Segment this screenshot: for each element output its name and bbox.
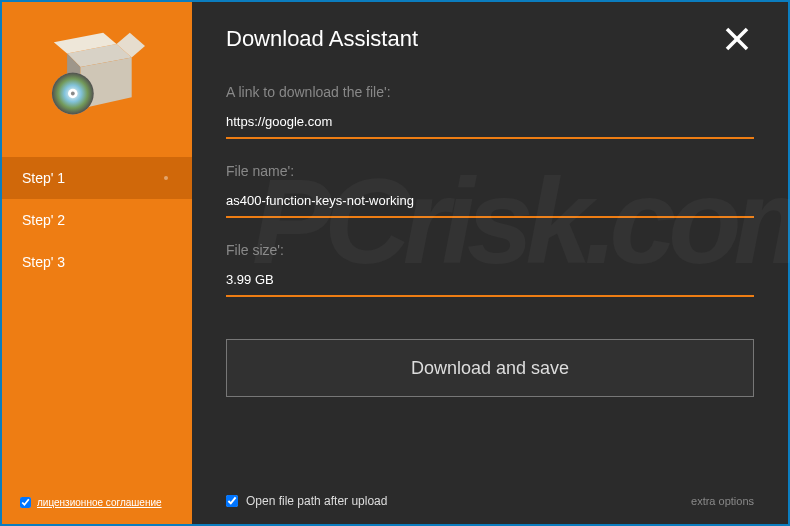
open-path-checkbox[interactable]	[226, 495, 238, 507]
close-icon	[724, 26, 750, 52]
filesize-input[interactable]	[226, 268, 754, 297]
link-field-group: A link to download the file':	[226, 84, 754, 139]
step-label: Step' 1	[22, 170, 65, 186]
open-path-label: Open file path after upload	[246, 494, 387, 508]
app-window: Step' 1 Step' 2 Step' 3 лицензионное сог…	[0, 0, 790, 526]
download-button-label: Download and save	[411, 358, 569, 379]
step-1[interactable]: Step' 1	[2, 157, 192, 199]
installer-icon	[2, 2, 192, 147]
bottom-bar: Open file path after upload extra option…	[226, 494, 754, 508]
svg-point-8	[70, 92, 74, 96]
extra-options-link[interactable]: extra options	[691, 495, 754, 507]
filename-input[interactable]	[226, 189, 754, 218]
download-save-button[interactable]: Download and save	[226, 339, 754, 397]
open-path-option: Open file path after upload	[226, 494, 387, 508]
filename-field-group: File name':	[226, 163, 754, 218]
license-link[interactable]: лицензионное соглашение	[37, 497, 162, 508]
filesize-field-group: File size':	[226, 242, 754, 297]
link-label: A link to download the file':	[226, 84, 754, 100]
step-2[interactable]: Step' 2	[2, 199, 192, 241]
step-dot-icon	[164, 176, 168, 180]
box-disk-icon	[50, 27, 145, 122]
link-input[interactable]	[226, 110, 754, 139]
license-agreement: лицензионное соглашение	[20, 497, 162, 508]
sidebar: Step' 1 Step' 2 Step' 3 лицензионное сог…	[2, 2, 192, 524]
license-checkbox[interactable]	[20, 497, 31, 508]
main-panel: PCrisk.com Download Assistant A link to …	[192, 2, 788, 524]
close-button[interactable]	[720, 22, 754, 56]
step-3[interactable]: Step' 3	[2, 241, 192, 283]
header: Download Assistant	[226, 22, 754, 56]
filesize-label: File size':	[226, 242, 754, 258]
page-title: Download Assistant	[226, 26, 418, 52]
step-label: Step' 3	[22, 254, 65, 270]
step-label: Step' 2	[22, 212, 65, 228]
steps-list: Step' 1 Step' 2 Step' 3	[2, 157, 192, 283]
filename-label: File name':	[226, 163, 754, 179]
